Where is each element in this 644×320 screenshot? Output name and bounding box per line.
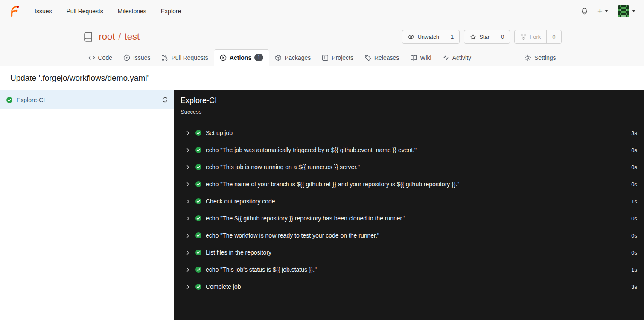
- tab-projects[interactable]: Projects: [316, 50, 359, 66]
- forks-count[interactable]: 0: [546, 30, 561, 43]
- step-duration: 0s: [625, 250, 637, 256]
- step-row[interactable]: echo "The name of your branch is ${{ git…: [174, 176, 644, 193]
- notifications-button[interactable]: [581, 7, 588, 15]
- nav-item-issues[interactable]: Issues: [27, 0, 59, 22]
- tab-label: Packages: [285, 54, 311, 61]
- nav-item-pull-requests[interactable]: Pull Requests: [59, 0, 110, 22]
- step-name: echo "The workflow is now ready to test …: [206, 232, 379, 239]
- step-row[interactable]: List files in the repository 0s: [174, 244, 644, 261]
- step-duration: 3s: [625, 130, 637, 136]
- tab-label: Releases: [374, 54, 399, 61]
- tab-label: Projects: [332, 54, 353, 61]
- chevron-right-icon[interactable]: [185, 284, 191, 290]
- step-duration: 1s: [625, 267, 637, 273]
- success-check-icon: [195, 249, 202, 256]
- fork-label: Fork: [530, 34, 541, 40]
- chevron-right-icon[interactable]: [185, 233, 191, 238]
- success-check-icon: [195, 129, 202, 136]
- step-duration: 0s: [625, 147, 637, 153]
- fork-button[interactable]: Fork: [515, 30, 546, 43]
- unwatch-button-group[interactable]: Unwatch 1: [402, 30, 460, 44]
- nav-item-milestones[interactable]: Milestones: [111, 0, 154, 22]
- star-label: Star: [479, 34, 490, 40]
- step-duration: 0s: [625, 215, 637, 222]
- step-row[interactable]: echo "This job is now running on a ${{ r…: [174, 159, 644, 176]
- fork-button-group[interactable]: Fork 0: [514, 30, 561, 44]
- star-icon: [470, 34, 476, 40]
- job-name: Explore-CI: [17, 97, 45, 103]
- step-name: echo "This job's status is ${{ job.statu…: [206, 266, 317, 273]
- step-row[interactable]: echo "The job was automatically triggere…: [174, 141, 644, 159]
- step-name: echo "This job is now running on a ${{ r…: [206, 164, 360, 170]
- step-name: echo "The ${{ github.repository }} repos…: [206, 215, 405, 222]
- success-check-icon: [195, 147, 202, 153]
- navbar-right: +: [581, 5, 638, 17]
- star-button[interactable]: Star: [464, 30, 495, 43]
- step-row[interactable]: Check out repository code 1s: [174, 193, 644, 210]
- repo-owner-link[interactable]: root: [99, 31, 115, 42]
- repo-tabbar: Code Issues Pull Requests Actions 1: [83, 49, 562, 66]
- create-new-button[interactable]: +: [597, 6, 608, 15]
- star-button-group[interactable]: Star 0: [464, 30, 510, 44]
- chevron-right-icon[interactable]: [185, 182, 191, 187]
- unwatch-label: Unwatch: [417, 34, 439, 40]
- repo-icon: [83, 32, 93, 42]
- success-check-icon: [195, 181, 202, 188]
- step-name: List files in the repository: [206, 249, 271, 256]
- tab-wiki[interactable]: Wiki: [405, 50, 437, 66]
- steps-list: Set up job 3s echo "The job was automati…: [174, 120, 644, 295]
- play-circle-icon: [220, 54, 227, 61]
- job-status-text: Success: [181, 109, 637, 115]
- chevron-down-icon: [605, 10, 608, 12]
- watchers-count[interactable]: 1: [445, 30, 459, 43]
- tab-label: Wiki: [420, 54, 431, 61]
- job-panel-header: Explore-CI Success: [174, 90, 644, 120]
- chevron-right-icon[interactable]: [185, 250, 191, 255]
- pulse-icon: [443, 54, 449, 61]
- step-row[interactable]: Set up job 3s: [174, 124, 644, 141]
- step-row[interactable]: echo "The workflow is now ready to test …: [174, 227, 644, 244]
- chevron-right-icon[interactable]: [185, 164, 191, 170]
- chevron-right-icon[interactable]: [185, 267, 191, 273]
- step-row[interactable]: echo "The ${{ github.repository }} repos…: [174, 210, 644, 227]
- forgejo-logo[interactable]: [9, 5, 20, 17]
- step-name: echo "The job was automatically triggere…: [206, 147, 417, 153]
- chevron-right-icon[interactable]: [185, 130, 191, 136]
- job-panel-title: Explore-CI: [181, 96, 637, 105]
- eye-slash-icon: [408, 34, 414, 40]
- tab-settings[interactable]: Settings: [519, 50, 562, 66]
- tab-code[interactable]: Code: [83, 50, 118, 66]
- user-menu-button[interactable]: [618, 5, 635, 17]
- chevron-right-icon[interactable]: [185, 199, 191, 204]
- success-check-icon: [195, 232, 202, 239]
- run-body: Explore-CI Explore-CI Success Set up job…: [0, 90, 644, 320]
- step-duration: 3s: [625, 284, 637, 290]
- success-check-icon: [195, 164, 202, 170]
- tab-actions[interactable]: Actions 1: [214, 49, 269, 66]
- tab-label: Code: [98, 54, 112, 61]
- step-name: echo "The name of your branch is ${{ git…: [206, 181, 459, 188]
- stars-count[interactable]: 0: [495, 30, 510, 43]
- tab-packages[interactable]: Packages: [269, 50, 316, 66]
- step-row[interactable]: echo "This job's status is ${{ job.statu…: [174, 261, 644, 278]
- step-duration: 0s: [625, 181, 637, 188]
- chevron-right-icon[interactable]: [185, 216, 191, 221]
- nav-item-explore[interactable]: Explore: [154, 0, 188, 22]
- chevron-right-icon[interactable]: [185, 147, 191, 153]
- tab-issues[interactable]: Issues: [118, 50, 156, 66]
- repo-name-link[interactable]: test: [125, 31, 140, 42]
- gear-icon: [525, 54, 531, 61]
- code-icon: [88, 54, 95, 61]
- job-list-item[interactable]: Explore-CI: [0, 90, 174, 109]
- tab-pull-requests[interactable]: Pull Requests: [156, 50, 213, 66]
- package-icon: [275, 54, 282, 61]
- book-icon: [410, 54, 417, 61]
- tab-activity[interactable]: Activity: [437, 50, 477, 66]
- step-row[interactable]: Complete job 3s: [174, 278, 644, 295]
- success-check-icon: [195, 266, 202, 273]
- tab-releases[interactable]: Releases: [359, 50, 405, 66]
- breadcrumb-separator: /: [118, 31, 121, 42]
- unwatch-button[interactable]: Unwatch: [402, 30, 445, 43]
- rerun-sync-icon[interactable]: [162, 97, 168, 103]
- chevron-down-icon: [632, 10, 635, 12]
